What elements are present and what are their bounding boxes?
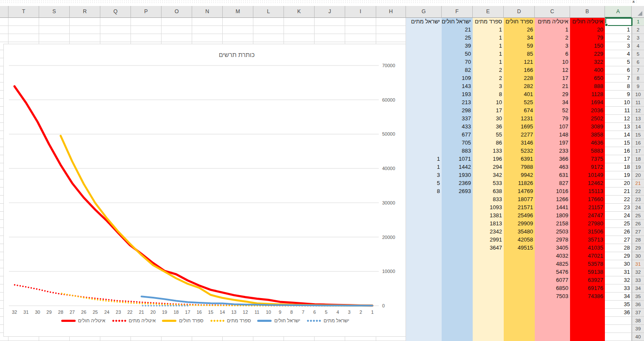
cell-G35[interactable] <box>406 293 442 301</box>
cell-A37[interactable]: 36 <box>605 309 632 317</box>
cell-D6[interactable]: 121 <box>504 58 535 66</box>
legend-item-0[interactable]: איטליה חולים <box>61 318 105 323</box>
cell-C5[interactable]: 6 <box>535 50 570 58</box>
cell-F34[interactable] <box>442 284 473 293</box>
cell-E32[interactable] <box>473 268 504 276</box>
row-header-40[interactable]: 40 <box>632 333 644 341</box>
column-header-H[interactable]: H <box>376 6 406 18</box>
row-header-17[interactable]: 17 <box>632 147 644 155</box>
cell-A8[interactable]: 7 <box>605 74 632 82</box>
cell-C3[interactable]: 2 <box>535 34 570 42</box>
cell-J2[interactable] <box>315 26 345 34</box>
cell-A32[interactable]: 31 <box>605 268 632 276</box>
cell-B18[interactable]: 7375 <box>570 155 605 163</box>
cell-E14[interactable]: 36 <box>473 123 504 131</box>
cell-G10[interactable] <box>406 91 442 99</box>
cell-D27[interactable]: 35480 <box>504 228 535 236</box>
cell-D26[interactable]: 29909 <box>504 220 535 228</box>
cell-C25[interactable]: 1809 <box>535 212 570 220</box>
cell-G4[interactable] <box>406 42 442 50</box>
cell-G30[interactable] <box>406 252 442 260</box>
cell-D38[interactable] <box>504 317 535 325</box>
cell-E27[interactable]: 2342 <box>473 228 504 236</box>
cell-B31[interactable]: 53578 <box>570 260 605 268</box>
cell-D21[interactable]: 11826 <box>504 179 535 188</box>
column-header-P[interactable]: P <box>131 6 162 18</box>
cell-D36[interactable] <box>504 301 535 309</box>
cell-C2[interactable]: 1 <box>535 26 570 34</box>
row-header-8[interactable]: 8 <box>632 74 644 82</box>
cell-F6[interactable]: 70 <box>442 58 473 66</box>
cell-D15[interactable]: 2277 <box>504 131 535 139</box>
row-header-27[interactable]: 27 <box>632 228 644 236</box>
cell-C10[interactable]: 29 <box>535 91 570 99</box>
cell-F38[interactable] <box>442 317 473 325</box>
cell-F18[interactable]: 1071 <box>442 155 473 163</box>
cell-F24[interactable] <box>442 204 473 212</box>
legend-item-2[interactable]: ספרד חולים <box>162 318 203 323</box>
cell-K3[interactable] <box>284 34 315 42</box>
cell-D7[interactable]: 166 <box>504 66 535 74</box>
cell-O1[interactable] <box>162 18 192 26</box>
cell-C4[interactable]: 3 <box>535 42 570 50</box>
cell-F7[interactable]: 82 <box>442 66 473 74</box>
cell-D14[interactable]: 1695 <box>504 123 535 131</box>
legend-item-1[interactable]: איטליה מתים <box>112 318 156 323</box>
cell-B35[interactable]: 74386 <box>570 293 605 301</box>
cell-B36[interactable] <box>570 301 605 309</box>
cell-D18[interactable]: 6391 <box>504 155 535 163</box>
cell-D31[interactable] <box>504 260 535 268</box>
cell-F29[interactable] <box>442 244 473 252</box>
cell-A14[interactable]: 13 <box>605 123 632 131</box>
cell-B19[interactable]: 9172 <box>570 163 605 171</box>
cell-C24[interactable]: 1441 <box>535 204 570 212</box>
cell-G20[interactable]: 3 <box>406 171 442 179</box>
cell-B12[interactable]: 2036 <box>570 107 605 115</box>
row-header-18[interactable]: 18 <box>632 155 644 163</box>
cell-D37[interactable] <box>504 309 535 317</box>
cell-D35[interactable] <box>504 293 535 301</box>
cell-G33[interactable] <box>406 276 442 284</box>
cell-B32[interactable]: 59138 <box>570 268 605 276</box>
cell-B30[interactable]: 47021 <box>570 252 605 260</box>
cell-E28[interactable]: 2991 <box>473 236 504 244</box>
row-header-1[interactable]: 1 <box>632 18 644 26</box>
cell-M3[interactable] <box>223 34 253 42</box>
cell-J3[interactable] <box>315 34 345 42</box>
cell-B9[interactable]: 888 <box>570 82 605 91</box>
cell-edge1[interactable] <box>0 18 9 26</box>
cell-G9[interactable] <box>406 82 442 91</box>
cell-G7[interactable] <box>406 66 442 74</box>
row-header-30[interactable]: 30 <box>632 252 644 260</box>
cell-B5[interactable]: 229 <box>570 50 605 58</box>
cell-F21[interactable]: 2369 <box>442 179 473 188</box>
legend-item-4[interactable]: ישראל חולים <box>257 318 300 323</box>
cell-C1[interactable]: איטליה מתים <box>535 18 570 26</box>
row-header-15[interactable]: 15 <box>632 131 644 139</box>
cell-C28[interactable]: 2978 <box>535 236 570 244</box>
cell-E16[interactable]: 86 <box>473 139 504 147</box>
cell-C19[interactable]: 463 <box>535 163 570 171</box>
cell-A34[interactable]: 33 <box>605 284 632 293</box>
cell-G12[interactable] <box>406 107 442 115</box>
cell-E34[interactable] <box>473 284 504 293</box>
cell-H1[interactable] <box>376 18 406 26</box>
cell-N3[interactable] <box>192 34 223 42</box>
row-header-2[interactable]: 2 <box>632 26 644 34</box>
row-header-20[interactable]: 20 <box>632 171 644 179</box>
cell-A26[interactable]: 25 <box>605 220 632 228</box>
cell-C20[interactable]: 631 <box>535 171 570 179</box>
cell-C21[interactable]: 827 <box>535 179 570 188</box>
row-header-4[interactable]: 4 <box>632 42 644 50</box>
cell-F33[interactable] <box>442 276 473 284</box>
cell-F15[interactable]: 677 <box>442 131 473 139</box>
cell-R1[interactable] <box>70 18 100 26</box>
row-header-36[interactable]: 36 <box>632 301 644 309</box>
column-header-A[interactable]: A <box>605 6 632 18</box>
cell-G34[interactable] <box>406 284 442 293</box>
cell-A5[interactable]: 4 <box>605 50 632 58</box>
cell-A18[interactable]: 17 <box>605 155 632 163</box>
column-header-F[interactable]: F <box>442 6 473 18</box>
cell-E5[interactable]: 1 <box>473 50 504 58</box>
cell-G11[interactable] <box>406 99 442 107</box>
